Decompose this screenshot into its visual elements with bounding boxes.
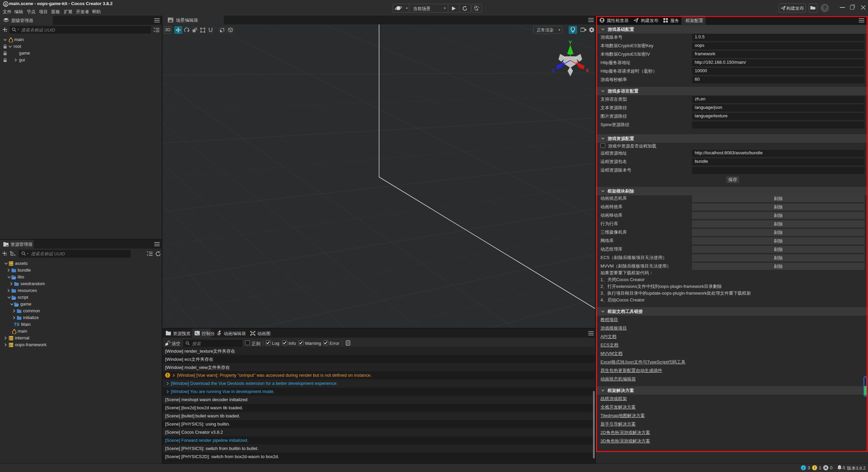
- svg-text:Y: Y: [569, 39, 572, 45]
- svg-text:Z: Z: [552, 67, 555, 73]
- svg-text:!: !: [814, 466, 815, 470]
- svg-text:X: X: [586, 67, 589, 73]
